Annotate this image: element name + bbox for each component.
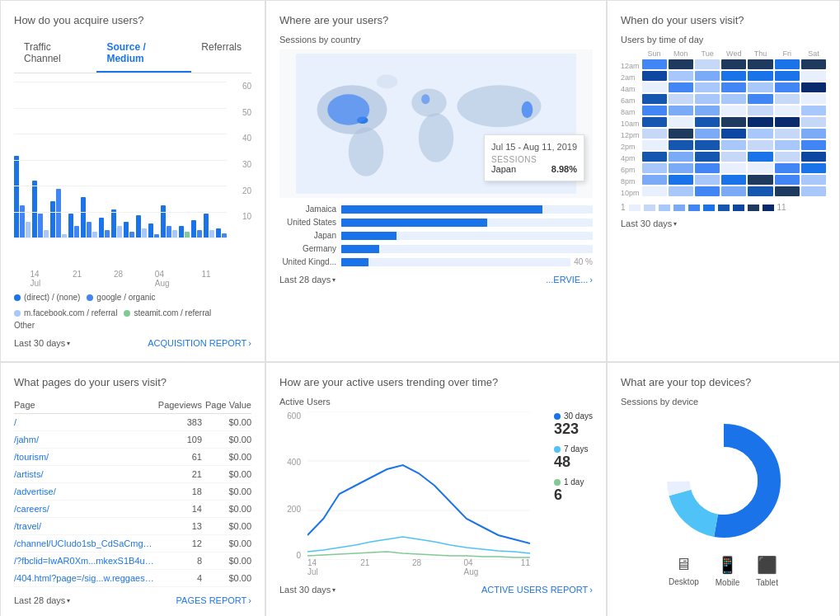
device-label-tablet: Tablet (756, 578, 778, 587)
pages-date-label: Last 28 days (14, 595, 65, 605)
dropdown-arrow-icon: ▾ (332, 276, 336, 284)
acquire-date-dropdown[interactable]: Last 30 days ▾ (14, 338, 70, 348)
heatmap-cell (775, 163, 800, 173)
heatmap-cell (775, 186, 800, 196)
heatmap-time-label: 12am (621, 61, 640, 71)
page-cell[interactable]: / (14, 414, 155, 431)
heatmap-cell (721, 152, 746, 162)
where-subtitle: Sessions by country (279, 35, 593, 45)
heatmap-legend-cell (659, 205, 670, 211)
heatmap-time-label: 12pm (621, 130, 640, 140)
value-cell: $0.00 (202, 501, 251, 518)
page-cell[interactable]: /advertise/ (14, 483, 155, 501)
legend-1day: 1 day 6 (554, 477, 593, 504)
pageviews-cell: 61 (155, 449, 202, 466)
country-bar-germany (341, 245, 379, 253)
tab-traffic-channel[interactable]: Traffic Channel (14, 35, 96, 73)
where-report-link[interactable]: ...ERVIE... › (546, 275, 593, 284)
country-bar-wrap-us (341, 219, 593, 227)
dropdown-arrow-icon: ▾ (332, 586, 336, 594)
heatmap-cell (642, 106, 667, 115)
heatmap-cell (669, 117, 693, 127)
country-bar-japan (341, 232, 397, 240)
svg-point-4 (419, 113, 454, 162)
country-bar-wrap-uk (341, 258, 570, 266)
when-date-dropdown[interactable]: Last 30 days ▾ (621, 219, 677, 228)
heatmap-legend-cell (763, 205, 774, 211)
pages-date-dropdown[interactable]: Last 28 days ▾ (14, 595, 70, 605)
page-cell[interactable]: /careers/ (14, 501, 155, 518)
where-date-dropdown[interactable]: Last 28 days ▾ (279, 275, 336, 284)
page-cell[interactable]: /channel/UCIudo1sb_CdSaCmgU4jyU5Q (14, 535, 155, 553)
heatmap-cell (721, 175, 746, 185)
heatmap-cell (669, 71, 693, 81)
svg-point-9 (327, 94, 369, 125)
table-row: /?fbclid=IwAR0Xm...mkexS1B4u3CjmiHbM 8 $… (14, 553, 251, 570)
heatmap-cell (695, 117, 720, 127)
legend-dot-google (87, 294, 93, 301)
acquire-footer: Last 30 days ▾ ACQUISITION REPORT › (14, 338, 251, 348)
pageviews-cell: 109 (155, 431, 202, 449)
legend-label-7days: 7 days (564, 444, 588, 454)
heatmap-row (642, 163, 826, 173)
heatmap-row (642, 186, 826, 196)
page-cell[interactable]: /tourism/ (14, 449, 155, 466)
where-footer: Last 28 days ▾ ...ERVIE... › (279, 275, 593, 284)
heatmap-time-label: 2am (621, 73, 640, 82)
country-row-jamaica: Jamaica (279, 205, 593, 214)
heatmap-day-label: Fri (775, 49, 800, 58)
tablet-icon: ⬛ (757, 555, 777, 575)
country-bar-jamaica (341, 205, 542, 214)
heatmap-time-label: 2pm (621, 142, 640, 152)
when-panel: When do your users visit? Users by time … (607, 0, 840, 362)
active-title: How are your active users trending over … (279, 376, 593, 388)
chevron-right-icon: › (248, 338, 251, 348)
chart-y-axis: 60 50 40 30 20 10 (242, 82, 251, 238)
acquisition-report-link[interactable]: ACQUISITION REPORT › (148, 338, 251, 348)
active-report-link[interactable]: ACTIVE USERS REPORT › (481, 585, 593, 595)
heatmap-cell (721, 71, 746, 81)
heatmap-cell (695, 175, 720, 185)
pageviews-cell: 4 (155, 570, 202, 587)
acquire-panel: How do you acquire users? Traffic Channe… (0, 0, 265, 362)
country-bar-wrap-jamaica (341, 205, 593, 214)
heatmap-cell (669, 82, 693, 92)
pages-report-link[interactable]: PAGES REPORT › (176, 595, 251, 605)
chevron-right-icon: › (589, 585, 593, 595)
tab-referrals[interactable]: Referrals (191, 35, 251, 73)
value-cell: $0.00 (202, 449, 251, 466)
heatmap-time-label: 6pm (621, 165, 640, 175)
pageviews-cell: 13 (155, 518, 202, 535)
heatmap-cell (642, 186, 667, 196)
heatmap-cell (748, 152, 772, 162)
country-bar-us (341, 219, 487, 227)
tab-source-medium[interactable]: Source / Medium (96, 35, 191, 73)
value-cell: $0.00 (202, 553, 251, 570)
active-legend: 30 days 323 7 days 48 1 day 6 (554, 411, 593, 504)
country-name-us: United States (279, 218, 341, 227)
table-row: /advertise/ 18 $0.00 (14, 483, 251, 501)
page-cell[interactable]: /404.html?page=/sig...w.reggaesteem.com/ (14, 570, 155, 587)
active-date-label: Last 30 days (279, 585, 331, 595)
active-date-dropdown[interactable]: Last 30 days ▾ (279, 585, 336, 595)
heatmap-cell (775, 94, 800, 104)
devices-subtitle: Sessions by device (621, 397, 826, 407)
donut-chart: 🖥 Desktop 📱 Mobile ⬛ Tablet (621, 415, 826, 587)
heatmap-cell (642, 94, 667, 104)
value-cell: $0.00 (202, 431, 251, 449)
heatmap-cell (775, 71, 800, 81)
page-cell[interactable]: /jahm/ (14, 431, 155, 449)
legend-value-30days: 323 (554, 421, 593, 438)
page-cell[interactable]: /travel/ (14, 518, 155, 535)
country-name-jamaica: Jamaica (279, 205, 341, 214)
page-cell[interactable]: /artists/ (14, 466, 155, 483)
chevron-right-icon: › (248, 595, 251, 605)
when-subtitle: Users by time of day (621, 35, 826, 45)
heatmap-cell (721, 106, 746, 115)
page-cell[interactable]: /?fbclid=IwAR0Xm...mkexS1B4u3CjmiHbM (14, 553, 155, 570)
acquire-chart: 60 50 40 30 20 10 (14, 82, 251, 263)
value-cell: $0.00 (202, 535, 251, 553)
heatmap-day-label: Sun (642, 49, 667, 58)
heatmap-time-label: 4am (621, 84, 640, 94)
heatmap-row (642, 94, 826, 104)
